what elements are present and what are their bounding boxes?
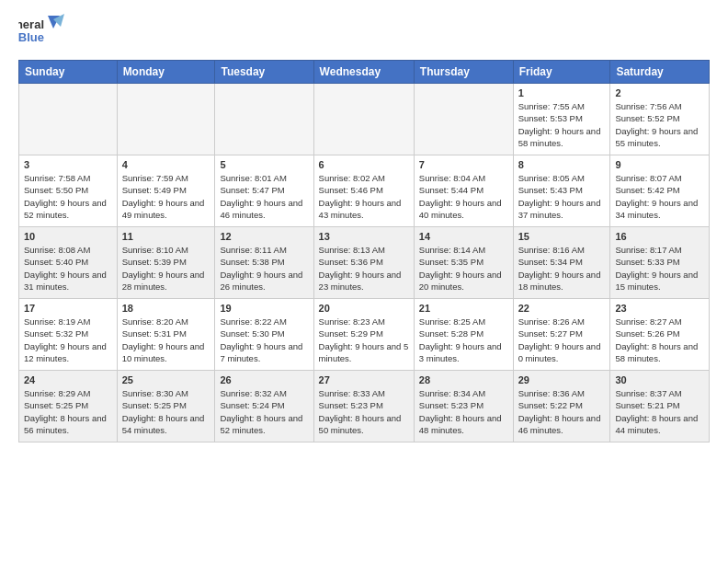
week-row-3: 10Sunrise: 8:08 AM Sunset: 5:40 PM Dayli… <box>19 227 710 299</box>
day-number: 25 <box>122 374 210 385</box>
day-info: Sunrise: 8:11 AM Sunset: 5:38 PM Dayligh… <box>220 244 308 293</box>
day-info: Sunrise: 8:32 AM Sunset: 5:24 PM Dayligh… <box>220 387 308 436</box>
day-number: 24 <box>24 374 112 385</box>
day-info: Sunrise: 8:05 AM Sunset: 5:43 PM Dayligh… <box>518 172 606 221</box>
day-number: 17 <box>24 303 112 314</box>
calendar-cell: 26Sunrise: 8:32 AM Sunset: 5:24 PM Dayli… <box>215 371 313 442</box>
day-number: 14 <box>419 231 508 242</box>
calendar-cell <box>19 84 118 155</box>
calendar-cell: 5Sunrise: 8:01 AM Sunset: 5:47 PM Daylig… <box>215 155 313 227</box>
day-info: Sunrise: 8:22 AM Sunset: 5:30 PM Dayligh… <box>220 316 308 364</box>
calendar-cell <box>313 84 414 155</box>
calendar-cell: 27Sunrise: 8:33 AM Sunset: 5:23 PM Dayli… <box>313 371 414 442</box>
calendar-cell: 28Sunrise: 8:34 AM Sunset: 5:23 PM Dayli… <box>414 371 513 442</box>
day-info: Sunrise: 8:02 AM Sunset: 5:46 PM Dayligh… <box>319 172 409 221</box>
day-number: 30 <box>615 374 704 385</box>
day-info: Sunrise: 7:55 AM Sunset: 5:53 PM Dayligh… <box>518 100 606 149</box>
day-number: 7 <box>419 159 508 170</box>
calendar-cell: 23Sunrise: 8:27 AM Sunset: 5:26 PM Dayli… <box>610 299 710 371</box>
calendar-cell: 25Sunrise: 8:30 AM Sunset: 5:25 PM Dayli… <box>117 371 215 442</box>
weekday-header-tuesday: Tuesday <box>215 61 313 84</box>
day-info: Sunrise: 8:04 AM Sunset: 5:44 PM Dayligh… <box>419 172 508 221</box>
calendar-cell: 22Sunrise: 8:26 AM Sunset: 5:27 PM Dayli… <box>513 299 610 371</box>
calendar-cell <box>215 84 313 155</box>
day-number: 15 <box>518 231 606 242</box>
day-info: Sunrise: 8:07 AM Sunset: 5:42 PM Dayligh… <box>615 172 704 221</box>
day-info: Sunrise: 7:59 AM Sunset: 5:49 PM Dayligh… <box>122 172 210 221</box>
day-info: Sunrise: 8:29 AM Sunset: 5:25 PM Dayligh… <box>24 387 112 436</box>
calendar-cell: 14Sunrise: 8:14 AM Sunset: 5:35 PM Dayli… <box>414 227 513 299</box>
day-info: Sunrise: 8:13 AM Sunset: 5:36 PM Dayligh… <box>319 244 409 293</box>
day-info: Sunrise: 8:10 AM Sunset: 5:39 PM Dayligh… <box>122 244 210 293</box>
weekday-header-sunday: Sunday <box>19 61 118 84</box>
week-row-2: 3Sunrise: 7:58 AM Sunset: 5:50 PM Daylig… <box>19 155 710 227</box>
calendar-cell: 8Sunrise: 8:05 AM Sunset: 5:43 PM Daylig… <box>513 155 610 227</box>
weekday-header-row: SundayMondayTuesdayWednesdayThursdayFrid… <box>19 61 710 84</box>
weekday-header-monday: Monday <box>117 61 215 84</box>
calendar-cell: 10Sunrise: 8:08 AM Sunset: 5:40 PM Dayli… <box>19 227 118 299</box>
logo: General Blue <box>18 14 69 49</box>
day-number: 28 <box>419 374 508 385</box>
calendar-cell: 9Sunrise: 8:07 AM Sunset: 5:42 PM Daylig… <box>610 155 710 227</box>
day-info: Sunrise: 8:27 AM Sunset: 5:26 PM Dayligh… <box>615 316 704 364</box>
day-number: 4 <box>122 159 210 170</box>
day-number: 1 <box>518 87 606 98</box>
weekday-header-friday: Friday <box>513 61 610 84</box>
day-info: Sunrise: 7:58 AM Sunset: 5:50 PM Dayligh… <box>24 172 112 221</box>
day-info: Sunrise: 8:37 AM Sunset: 5:21 PM Dayligh… <box>615 387 704 436</box>
calendar-cell: 21Sunrise: 8:25 AM Sunset: 5:28 PM Dayli… <box>414 299 513 371</box>
day-number: 8 <box>518 159 606 170</box>
day-info: Sunrise: 8:36 AM Sunset: 5:22 PM Dayligh… <box>518 387 606 436</box>
day-number: 21 <box>419 303 508 314</box>
calendar-cell: 20Sunrise: 8:23 AM Sunset: 5:29 PM Dayli… <box>313 299 414 371</box>
day-number: 12 <box>220 231 308 242</box>
day-number: 2 <box>615 87 704 98</box>
page: General Blue SundayMondayTuesdayWednesda… <box>0 0 728 563</box>
week-row-4: 17Sunrise: 8:19 AM Sunset: 5:32 PM Dayli… <box>19 299 710 371</box>
calendar-cell: 18Sunrise: 8:20 AM Sunset: 5:31 PM Dayli… <box>117 299 215 371</box>
day-number: 22 <box>518 303 606 314</box>
calendar-cell: 2Sunrise: 7:56 AM Sunset: 5:52 PM Daylig… <box>610 84 710 155</box>
calendar-cell: 17Sunrise: 8:19 AM Sunset: 5:32 PM Dayli… <box>19 299 118 371</box>
day-info: Sunrise: 8:30 AM Sunset: 5:25 PM Dayligh… <box>122 387 210 436</box>
day-number: 6 <box>319 159 409 170</box>
day-number: 3 <box>24 159 112 170</box>
svg-text:General: General <box>18 17 44 31</box>
day-number: 23 <box>615 303 704 314</box>
calendar-cell: 16Sunrise: 8:17 AM Sunset: 5:33 PM Dayli… <box>610 227 710 299</box>
calendar-cell <box>414 84 513 155</box>
day-info: Sunrise: 8:01 AM Sunset: 5:47 PM Dayligh… <box>220 172 308 221</box>
week-row-1: 1Sunrise: 7:55 AM Sunset: 5:53 PM Daylig… <box>19 84 710 155</box>
weekday-header-thursday: Thursday <box>414 61 513 84</box>
day-info: Sunrise: 8:26 AM Sunset: 5:27 PM Dayligh… <box>518 316 606 364</box>
day-number: 29 <box>518 374 606 385</box>
day-info: Sunrise: 8:34 AM Sunset: 5:23 PM Dayligh… <box>419 387 508 436</box>
day-number: 11 <box>122 231 210 242</box>
day-info: Sunrise: 8:08 AM Sunset: 5:40 PM Dayligh… <box>24 244 112 293</box>
calendar-cell: 4Sunrise: 7:59 AM Sunset: 5:49 PM Daylig… <box>117 155 215 227</box>
weekday-header-wednesday: Wednesday <box>313 61 414 84</box>
day-info: Sunrise: 7:56 AM Sunset: 5:52 PM Dayligh… <box>615 100 704 149</box>
calendar-cell: 12Sunrise: 8:11 AM Sunset: 5:38 PM Dayli… <box>215 227 313 299</box>
calendar-cell: 3Sunrise: 7:58 AM Sunset: 5:50 PM Daylig… <box>19 155 118 227</box>
calendar-table: SundayMondayTuesdayWednesdayThursdayFrid… <box>18 60 710 442</box>
svg-text:Blue: Blue <box>18 30 44 44</box>
day-info: Sunrise: 8:19 AM Sunset: 5:32 PM Dayligh… <box>24 316 112 364</box>
day-info: Sunrise: 8:33 AM Sunset: 5:23 PM Dayligh… <box>319 387 409 436</box>
day-info: Sunrise: 8:14 AM Sunset: 5:35 PM Dayligh… <box>419 244 508 293</box>
calendar-cell: 19Sunrise: 8:22 AM Sunset: 5:30 PM Dayli… <box>215 299 313 371</box>
week-row-5: 24Sunrise: 8:29 AM Sunset: 5:25 PM Dayli… <box>19 371 710 442</box>
calendar-cell: 30Sunrise: 8:37 AM Sunset: 5:21 PM Dayli… <box>610 371 710 442</box>
calendar-cell: 7Sunrise: 8:04 AM Sunset: 5:44 PM Daylig… <box>414 155 513 227</box>
day-number: 10 <box>24 231 112 242</box>
calendar-cell: 1Sunrise: 7:55 AM Sunset: 5:53 PM Daylig… <box>513 84 610 155</box>
day-number: 27 <box>319 374 409 385</box>
day-number: 18 <box>122 303 210 314</box>
day-number: 19 <box>220 303 308 314</box>
day-info: Sunrise: 8:23 AM Sunset: 5:29 PM Dayligh… <box>319 316 409 364</box>
day-number: 9 <box>615 159 704 170</box>
day-info: Sunrise: 8:20 AM Sunset: 5:31 PM Dayligh… <box>122 316 210 364</box>
header: General Blue <box>18 14 710 49</box>
day-number: 13 <box>319 231 409 242</box>
calendar-cell: 24Sunrise: 8:29 AM Sunset: 5:25 PM Dayli… <box>19 371 118 442</box>
